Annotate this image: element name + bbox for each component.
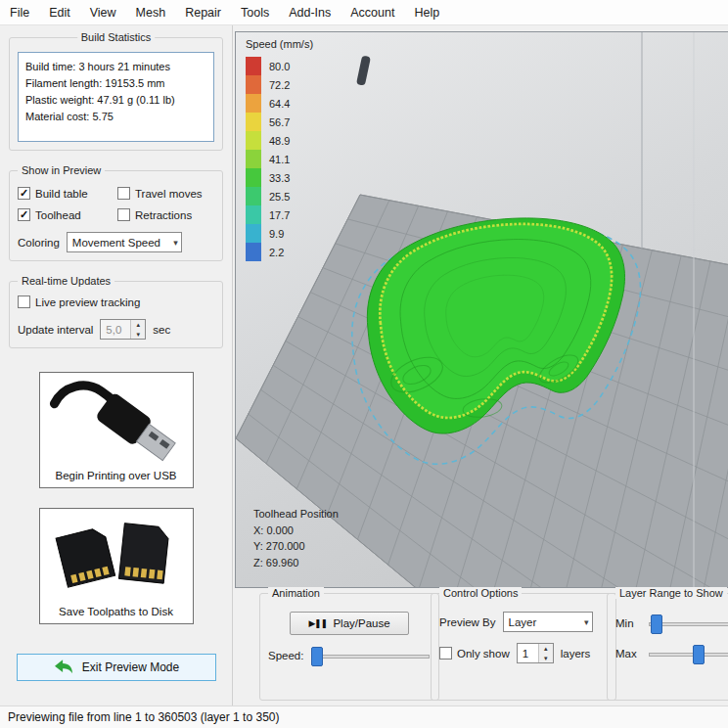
- status-bar: Previewing file from line 1 to 360503 (l…: [0, 705, 728, 728]
- green-return-arrow-icon: [53, 659, 74, 676]
- layers-label: layers: [561, 648, 591, 660]
- checkbox-travel-moves[interactable]: ✓ Travel moves: [117, 187, 214, 200]
- usb-cable-image: [48, 377, 185, 467]
- legend-value: 9.9: [269, 228, 284, 240]
- stat-material-cost: Material cost: 5.75: [25, 109, 206, 125]
- exit-preview-mode-button[interactable]: Exit Preview Mode: [17, 654, 216, 681]
- speed-label: Speed:: [268, 650, 303, 661]
- preview-3d-viewport[interactable]: Speed (mm/s) 80.0 72.2 64.4 56.7 48.9 41…: [235, 31, 728, 588]
- legend-value: 41.1: [269, 154, 290, 165]
- speed-legend: Speed (mm/s) 80.0 72.2 64.4 56.7 48.9 41…: [246, 38, 313, 261]
- legend-color-swatch: [246, 131, 261, 150]
- toolhead-marker: [356, 55, 371, 85]
- toolhead-position-y: Y: 270.000: [253, 538, 339, 555]
- checkbox-box: ✓: [18, 208, 30, 221]
- build-statistics-title: Build Statistics: [77, 31, 156, 43]
- slider-track: [311, 655, 430, 659]
- toolhead-position-z: Z: 69.960: [253, 555, 339, 571]
- show-in-preview-group: Show in Preview ✓ Build table ✓ Travel m…: [9, 170, 223, 261]
- speed-legend-title: Speed (mm/s): [246, 38, 313, 50]
- spin-down-button: ▾: [131, 330, 145, 340]
- realtime-updates-title: Real-time Updates: [18, 275, 114, 287]
- status-text: Previewing file from line 1 to 360503 (l…: [8, 710, 279, 724]
- checkbox-box: ✓: [117, 208, 130, 221]
- menu-edit[interactable]: Edit: [39, 2, 80, 23]
- checkbox-toolhead[interactable]: ✓ Toolhead: [18, 208, 115, 221]
- legend-color-swatch: [246, 224, 261, 243]
- legend-color-swatch: [246, 187, 261, 205]
- build-statistics-group: Build Statistics Build time: 3 hours 21 …: [9, 37, 223, 151]
- checkbox-live-preview-tracking[interactable]: ✓ Live preview tracking: [18, 296, 214, 308]
- coloring-value: Movement Speed: [72, 237, 160, 249]
- show-in-preview-title: Show in Preview: [18, 164, 105, 176]
- menu-file[interactable]: File: [0, 2, 39, 23]
- layer-range-title: Layer Range to Show: [615, 587, 727, 599]
- only-show-layers-spinner[interactable]: 1 ▴ ▾: [517, 643, 554, 663]
- stat-build-time: Build time: 3 hours 21 minutes: [25, 59, 206, 75]
- slider-track: [649, 653, 728, 657]
- update-interval-unit: sec: [153, 324, 170, 336]
- control-options-title: Control Options: [439, 587, 522, 599]
- checkmark-icon: ✓: [20, 188, 28, 199]
- menu-mesh[interactable]: Mesh: [126, 2, 176, 23]
- checkbox-box: ✓: [117, 187, 130, 200]
- begin-printing-usb-button[interactable]: Begin Printing over USB: [39, 372, 194, 488]
- checkbox-retractions[interactable]: ✓ Retractions: [117, 208, 214, 221]
- only-show-layers-value: 1: [518, 644, 538, 662]
- only-show-checkbox[interactable]: ✓ Only show: [439, 647, 510, 660]
- legend-color-swatch: [246, 94, 261, 113]
- checkbox-build-table[interactable]: ✓ Build table: [18, 187, 115, 200]
- legend-value: 25.5: [269, 191, 290, 203]
- save-toolpaths-disk-button[interactable]: Save Toolpaths to Disk: [39, 508, 194, 624]
- legend-value: 64.4: [269, 98, 290, 110]
- legend-value: 80.0: [269, 61, 290, 72]
- animation-speed-slider[interactable]: [310, 646, 431, 665]
- menu-repair[interactable]: Repair: [175, 2, 231, 23]
- checkbox-label: Toolhead: [35, 209, 81, 221]
- menu-account[interactable]: Account: [341, 2, 404, 23]
- slider-thumb[interactable]: [693, 645, 705, 664]
- max-label: Max: [615, 648, 641, 660]
- legend-value: 33.3: [269, 172, 290, 184]
- slider-thumb[interactable]: [651, 614, 662, 634]
- sd-cards-image: [48, 513, 185, 603]
- checkbox-box: ✓: [18, 187, 30, 200]
- legend-color-swatch: [246, 113, 261, 131]
- menu-help[interactable]: Help: [404, 2, 449, 23]
- min-layer-slider[interactable]: [648, 614, 728, 633]
- stat-plastic-weight: Plastic weight: 47.91 g (0.11 lb): [25, 92, 206, 109]
- checkbox-label: Live preview tracking: [35, 296, 140, 308]
- preview-by-value: Layer: [509, 616, 537, 628]
- update-interval-value: 5,0: [101, 320, 130, 339]
- menu-tools[interactable]: Tools: [231, 2, 279, 23]
- control-options-group: Control Options Preview By Layer ▾ ✓ Onl…: [431, 593, 616, 701]
- spin-down-button[interactable]: ▾: [539, 654, 553, 663]
- coloring-select[interactable]: Movement Speed ▾: [67, 232, 182, 252]
- checkbox-label: Retractions: [135, 209, 192, 221]
- legend-value: 48.9: [269, 135, 290, 147]
- checkmark-icon: ✓: [20, 209, 28, 220]
- animation-group: Animation ▶❚❚ Play/Pause Speed:: [259, 593, 439, 701]
- menu-add-ins[interactable]: Add-Ins: [279, 2, 341, 23]
- realtime-updates-group: Real-time Updates ✓ Live preview trackin…: [9, 281, 223, 348]
- legend-color-swatch: [246, 243, 261, 261]
- checkbox-box: ✓: [18, 296, 30, 308]
- spin-up-button[interactable]: ▴: [539, 644, 553, 654]
- chevron-down-icon: ▾: [584, 617, 589, 627]
- play-pause-label: Play/Pause: [333, 617, 389, 629]
- chevron-down-icon: ▾: [173, 238, 178, 248]
- slider-thumb[interactable]: [311, 647, 323, 666]
- preview-by-label: Preview By: [439, 616, 496, 628]
- legend-value: 17.7: [269, 209, 290, 221]
- legend-color-swatch: [246, 75, 261, 94]
- checkbox-box: ✓: [439, 647, 452, 660]
- menu-bar: File Edit View Mesh Repair Tools Add-Ins…: [0, 0, 728, 25]
- max-layer-slider[interactable]: [648, 644, 728, 663]
- play-pause-button[interactable]: ▶❚❚ Play/Pause: [290, 612, 409, 635]
- exit-button-label: Exit Preview Mode: [82, 660, 179, 674]
- preview-by-select[interactable]: Layer ▾: [503, 612, 593, 632]
- legend-value: 56.7: [269, 116, 290, 128]
- checkbox-label: Travel moves: [135, 188, 203, 200]
- disk-button-caption: Save Toolpaths to Disk: [59, 606, 173, 617]
- menu-view[interactable]: View: [80, 2, 126, 23]
